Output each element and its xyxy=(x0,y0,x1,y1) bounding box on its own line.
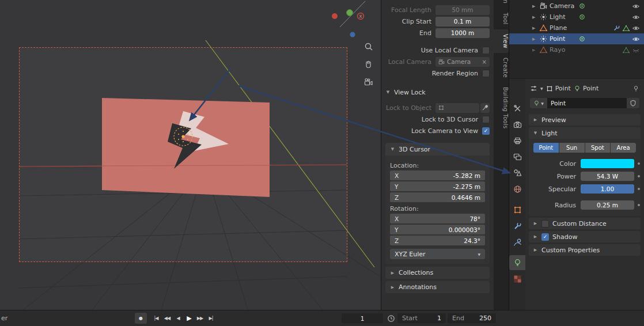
clip-end-field[interactable]: 1000 m xyxy=(435,28,490,38)
lock-to-object-field[interactable] xyxy=(435,103,479,113)
clip-start-field[interactable]: 0.1 m xyxy=(435,17,490,26)
eye-closed-icon[interactable] xyxy=(632,46,640,54)
3d-viewport[interactable]: X xyxy=(0,0,381,310)
outliner-row-rayo[interactable]: ▶ Rayo xyxy=(509,44,644,55)
tab-world-properties[interactable] xyxy=(509,181,525,196)
tab-create[interactable]: Create xyxy=(494,53,509,82)
jump-to-end-button[interactable]: ▶| xyxy=(206,313,216,324)
light-type-sun-button[interactable]: Sun xyxy=(559,143,585,153)
outliner-row-light[interactable]: ▶ Light xyxy=(509,12,644,22)
gizmo-axis-dot-green[interactable] xyxy=(347,10,353,16)
clock-icon[interactable] xyxy=(387,314,395,323)
eye-icon[interactable] xyxy=(632,24,640,32)
tab-tool[interactable]: Tool xyxy=(494,8,509,29)
custom-distance-panel-header[interactable]: ▶ Custom Distance xyxy=(529,218,641,229)
jump-to-start-button[interactable]: |◀ xyxy=(151,313,161,324)
color-swatch[interactable] xyxy=(581,159,634,168)
outliner-row-point[interactable]: ▶ Point xyxy=(509,33,644,44)
outliner-row-plane[interactable]: ▶ Plane xyxy=(509,22,644,33)
expand-icon[interactable]: ▶ xyxy=(532,37,537,41)
fake-user-shield-icon[interactable] xyxy=(627,98,639,108)
expand-icon[interactable]: ▶ xyxy=(532,4,537,9)
modifier-wrench-icon[interactable] xyxy=(613,25,620,32)
properties-editor-icon[interactable] xyxy=(530,85,537,92)
zoom-icon[interactable] xyxy=(362,40,375,53)
annotations-panel-header[interactable]: ▶ Annotations xyxy=(385,281,490,293)
cursor-rotation-z-field[interactable]: Z 24.3° xyxy=(390,236,485,245)
camera-view-icon[interactable] xyxy=(362,76,375,89)
pan-hand-icon[interactable] xyxy=(362,58,375,71)
tab-tool-properties[interactable] xyxy=(509,101,525,116)
collections-panel-header[interactable]: ▶ Collections xyxy=(385,267,490,279)
light-type-area-button[interactable]: Area xyxy=(611,143,636,153)
cursor-location-z-field[interactable]: Z 0.4646 m xyxy=(390,192,485,202)
play-reverse-button[interactable]: ◀ xyxy=(173,313,183,324)
shadow-panel-header[interactable]: ▶ ✓ Shadow xyxy=(529,231,641,242)
render-region-checkbox[interactable] xyxy=(482,70,490,77)
breadcrumb-data[interactable]: Point xyxy=(574,85,598,92)
tab-texture-properties[interactable] xyxy=(509,271,525,286)
chevron-down-icon[interactable]: ▼ xyxy=(540,86,543,90)
breadcrumb-object[interactable]: Point xyxy=(546,85,571,92)
tab-scene-properties[interactable] xyxy=(509,165,525,180)
lock-camera-to-view-checkbox[interactable]: ✓ xyxy=(482,127,490,135)
prev-keyframe-button[interactable]: ◀◀ xyxy=(162,313,172,324)
radius-field[interactable]: 0.25 m xyxy=(581,200,634,210)
animate-dot[interactable] xyxy=(638,204,640,206)
light-type-point-button[interactable]: Point xyxy=(533,143,559,153)
focal-length-field[interactable]: 50 mm xyxy=(435,5,490,15)
light-data-icon[interactable] xyxy=(579,14,585,20)
animate-dot[interactable] xyxy=(638,175,640,177)
power-field[interactable]: 54.3 W xyxy=(581,172,634,181)
outliner-row-camera[interactable]: ▶ Camera xyxy=(509,1,644,12)
tab-object-data-properties[interactable] xyxy=(509,255,525,270)
eyedropper-icon[interactable] xyxy=(480,103,490,113)
preview-panel-header[interactable]: ▶ Preview xyxy=(529,114,641,126)
shadow-checkbox[interactable]: ✓ xyxy=(541,233,549,241)
frame-start-field[interactable]: Start 1 xyxy=(397,313,446,323)
tab-object-properties[interactable] xyxy=(509,202,525,217)
local-camera-field[interactable]: Camera × xyxy=(435,57,490,67)
expand-icon[interactable]: ▶ xyxy=(532,15,537,20)
tab-view-layer-properties[interactable] xyxy=(509,149,525,164)
datablock-selector[interactable]: ▼ xyxy=(530,98,547,108)
specular-slider[interactable]: 1.00 xyxy=(581,184,634,194)
lock-to-3d-cursor-checkbox[interactable] xyxy=(482,116,490,123)
play-button[interactable]: ▶ xyxy=(184,313,194,324)
eye-icon[interactable] xyxy=(632,35,640,43)
expand-icon[interactable]: ▶ xyxy=(532,48,537,52)
tab-modifier-properties[interactable] xyxy=(509,218,525,233)
datablock-name-field[interactable]: Point xyxy=(547,98,627,108)
tab-output-properties[interactable] xyxy=(509,133,525,148)
gizmo-axis-dot-red[interactable] xyxy=(332,13,338,19)
gizmo-axis-dot-blue[interactable] xyxy=(350,32,355,37)
tab-building-tools[interactable]: Building Tools xyxy=(494,82,509,134)
light-panel-header[interactable]: ▼ Light xyxy=(529,127,641,139)
pin-icon[interactable] xyxy=(632,85,639,92)
custom-properties-panel-header[interactable]: ▶ Custom Properties xyxy=(529,244,641,256)
cursor-location-y-field[interactable]: Y -2.275 m xyxy=(390,181,485,191)
use-local-camera-checkbox[interactable] xyxy=(482,47,490,54)
tab-item[interactable]: Item xyxy=(494,0,509,8)
navigation-gizmo[interactable]: X xyxy=(332,10,364,37)
mesh-data-icon[interactable] xyxy=(623,47,630,54)
object-data-icon[interactable] xyxy=(579,3,585,9)
mesh-data-icon[interactable] xyxy=(623,25,630,32)
rotation-mode-dropdown[interactable]: XYZ Euler ▼ xyxy=(390,249,485,259)
view-lock-header[interactable]: ▼ View Lock xyxy=(385,86,490,98)
expand-icon[interactable]: ▶ xyxy=(532,26,537,31)
clear-local-camera-button[interactable]: × xyxy=(482,59,487,65)
custom-distance-checkbox[interactable] xyxy=(541,220,549,228)
frame-end-field[interactable]: End 250 xyxy=(448,313,496,323)
light-type-spot-button[interactable]: Spot xyxy=(585,143,611,153)
eye-icon[interactable] xyxy=(632,13,640,21)
next-keyframe-button[interactable]: ▶▶ xyxy=(195,313,205,324)
3d-cursor-panel-header[interactable]: ▼ 3D Cursor xyxy=(385,143,490,156)
cursor-rotation-x-field[interactable]: X 78° xyxy=(390,214,485,223)
record-button[interactable]: ● xyxy=(135,313,147,324)
tab-render-properties[interactable] xyxy=(509,117,525,132)
current-frame-field[interactable]: 1 xyxy=(342,313,383,323)
cursor-location-x-field[interactable]: X -5.282 m xyxy=(390,170,485,180)
animate-dot[interactable] xyxy=(638,162,640,165)
eye-icon[interactable] xyxy=(632,2,640,10)
